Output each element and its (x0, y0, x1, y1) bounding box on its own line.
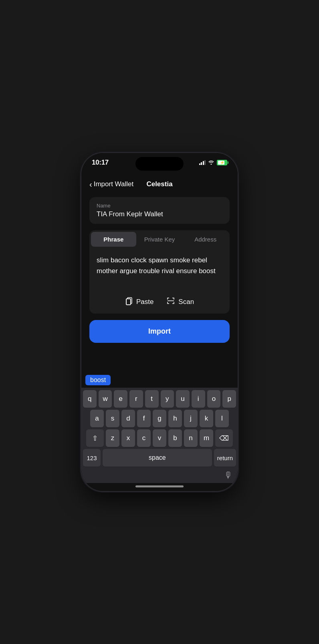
name-field[interactable]: Name TIA From Keplr Wallet (89, 197, 230, 224)
nav-title: Celestia (146, 180, 172, 188)
key-m[interactable]: m (200, 429, 213, 447)
key-c[interactable]: c (137, 429, 151, 447)
keyboard: q w e r t y u i o p a s d f g h j k (81, 388, 238, 483)
battery-icon: ⚡ (217, 160, 227, 165)
scan-button[interactable]: Scan (166, 296, 194, 307)
dynamic-island (135, 157, 184, 171)
signal-icon (199, 160, 206, 165)
keyboard-row-3: ⇧ z x c v b n m ⌫ (83, 429, 236, 447)
key-x[interactable]: x (121, 429, 135, 447)
key-q[interactable]: q (83, 390, 97, 408)
phone-frame: 10:17 ⚡ (81, 153, 238, 491)
key-r[interactable]: r (129, 390, 143, 408)
autocomplete-suggestion[interactable]: boost (85, 375, 111, 385)
tab-phrase[interactable]: Phrase (91, 232, 136, 247)
key-y[interactable]: y (161, 390, 174, 408)
key-j[interactable]: j (184, 410, 198, 427)
phrase-content: slim bacon clock spawn smoke rebel mothe… (89, 248, 230, 293)
tab-address[interactable]: Address (183, 232, 228, 247)
key-e[interactable]: e (114, 390, 127, 408)
keyboard-row-1: q w e r t y u i o p (83, 390, 236, 408)
key-s[interactable]: s (106, 410, 119, 427)
name-value: TIA From Keplr Wallet (97, 210, 222, 218)
space-key[interactable]: space (103, 449, 212, 467)
key-z[interactable]: z (106, 429, 119, 447)
back-label: Import Wallet (94, 180, 134, 188)
key-d[interactable]: d (121, 410, 135, 427)
key-k[interactable]: k (200, 410, 213, 427)
autocomplete-bar: boost (81, 372, 238, 388)
paste-icon (125, 296, 133, 307)
home-bar (135, 485, 184, 487)
key-i[interactable]: i (192, 390, 205, 408)
back-chevron-icon: ‹ (89, 180, 92, 188)
key-g[interactable]: g (153, 410, 166, 427)
mic-button[interactable]: 🎙 (224, 470, 233, 481)
status-icons: ⚡ (199, 159, 228, 166)
key-a[interactable]: a (90, 410, 104, 427)
key-b[interactable]: b (168, 429, 182, 447)
numbers-key[interactable]: 123 (83, 449, 101, 467)
scan-label: Scan (178, 298, 194, 306)
keyboard-row-4: 123 space return (83, 449, 236, 467)
keyboard-row-2: a s d f g h j k l (83, 410, 236, 427)
key-v[interactable]: v (153, 429, 166, 447)
key-l[interactable]: l (215, 410, 229, 427)
paste-label: Paste (136, 298, 153, 306)
phrase-text[interactable]: slim bacon clock spawn smoke rebel mothe… (97, 255, 222, 287)
tab-bar: Phrase Private Key Address (89, 230, 230, 248)
back-button[interactable]: ‹ Import Wallet (89, 180, 133, 188)
return-key[interactable]: return (214, 449, 236, 467)
status-time: 10:17 (92, 159, 109, 167)
nav-bar: ‹ Import Wallet Celestia (81, 177, 238, 193)
wifi-icon (208, 159, 214, 166)
shift-key[interactable]: ⇧ (86, 429, 104, 447)
tab-private-key[interactable]: Private Key (137, 232, 182, 247)
import-button[interactable]: Import (89, 320, 230, 343)
key-f[interactable]: f (137, 410, 151, 427)
content-area: Name TIA From Keplr Wallet Phrase Privat… (81, 193, 238, 372)
scan-icon (166, 296, 175, 307)
home-indicator (81, 483, 238, 491)
key-n[interactable]: n (184, 429, 198, 447)
delete-key[interactable]: ⌫ (215, 429, 233, 447)
name-label: Name (97, 203, 222, 209)
svg-rect-1 (126, 299, 131, 305)
key-o[interactable]: o (207, 390, 221, 408)
key-t[interactable]: t (145, 390, 159, 408)
key-w[interactable]: w (99, 390, 112, 408)
key-p[interactable]: p (222, 390, 236, 408)
mic-row: 🎙 (83, 469, 236, 481)
phone-screen: 10:17 ⚡ (81, 153, 238, 491)
action-buttons: Paste Scan (89, 293, 230, 314)
paste-button[interactable]: Paste (125, 296, 153, 307)
key-h[interactable]: h (168, 410, 182, 427)
phrase-section: Phrase Private Key Address slim bacon cl… (89, 230, 230, 314)
key-u[interactable]: u (176, 390, 190, 408)
